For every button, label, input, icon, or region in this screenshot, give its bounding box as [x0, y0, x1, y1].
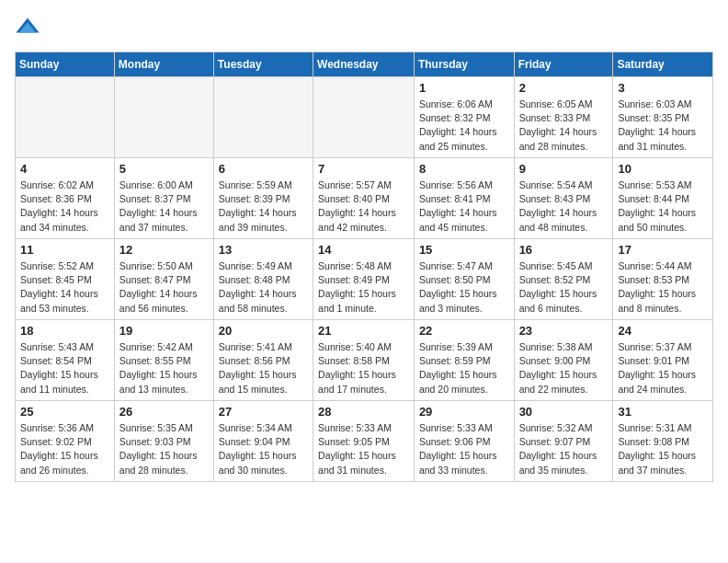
day-number: 8: [419, 162, 509, 176]
calendar-cell: 24Sunrise: 5:37 AM Sunset: 9:01 PM Dayli…: [613, 320, 713, 401]
cell-info: Sunrise: 5:49 AM Sunset: 8:48 PM Dayligh…: [219, 259, 308, 316]
day-number: 4: [20, 162, 109, 176]
calendar-cell: 17Sunrise: 5:44 AM Sunset: 8:53 PM Dayli…: [613, 239, 713, 320]
calendar-cell: [213, 77, 313, 158]
calendar-cell: 26Sunrise: 5:35 AM Sunset: 9:03 PM Dayli…: [114, 401, 213, 482]
calendar-week-4: 18Sunrise: 5:43 AM Sunset: 8:54 PM Dayli…: [16, 320, 713, 401]
calendar-cell: 23Sunrise: 5:38 AM Sunset: 9:00 PM Dayli…: [514, 320, 613, 401]
day-number: 17: [618, 243, 708, 257]
logo-icon: [15, 15, 40, 40]
cell-info: Sunrise: 5:35 AM Sunset: 9:03 PM Dayligh…: [119, 421, 209, 477]
cell-info: Sunrise: 5:32 AM Sunset: 9:07 PM Dayligh…: [519, 421, 609, 477]
cell-info: Sunrise: 5:45 AM Sunset: 8:52 PM Dayligh…: [519, 259, 609, 316]
day-number: 16: [519, 243, 609, 257]
day-number: 10: [618, 162, 708, 176]
calendar-cell: 13Sunrise: 5:49 AM Sunset: 8:48 PM Dayli…: [213, 239, 313, 320]
calendar-cell: [16, 77, 115, 158]
calendar-table: SundayMondayTuesdayWednesdayThursdayFrid…: [15, 52, 713, 482]
cell-info: Sunrise: 5:40 AM Sunset: 8:58 PM Dayligh…: [318, 340, 409, 396]
cell-info: Sunrise: 5:37 AM Sunset: 9:01 PM Dayligh…: [618, 340, 708, 396]
calendar-cell: [114, 77, 213, 158]
day-number: 21: [318, 324, 409, 338]
calendar-cell: 18Sunrise: 5:43 AM Sunset: 8:54 PM Dayli…: [16, 320, 115, 401]
calendar-week-1: 1Sunrise: 6:06 AM Sunset: 8:32 PM Daylig…: [16, 77, 713, 158]
cell-info: Sunrise: 6:06 AM Sunset: 8:32 PM Dayligh…: [419, 98, 509, 154]
calendar-cell: 8Sunrise: 5:56 AM Sunset: 8:41 PM Daylig…: [414, 158, 514, 239]
day-number: 20: [219, 324, 308, 338]
cell-info: Sunrise: 5:36 AM Sunset: 9:02 PM Dayligh…: [20, 421, 109, 477]
cell-info: Sunrise: 5:53 AM Sunset: 8:44 PM Dayligh…: [618, 178, 708, 235]
day-number: 22: [419, 324, 509, 338]
calendar-cell: 31Sunrise: 5:31 AM Sunset: 9:08 PM Dayli…: [613, 401, 713, 482]
weekday-header-tuesday: Tuesday: [213, 52, 313, 77]
calendar-cell: 20Sunrise: 5:41 AM Sunset: 8:56 PM Dayli…: [213, 320, 313, 401]
calendar-cell: 11Sunrise: 5:52 AM Sunset: 8:45 PM Dayli…: [16, 239, 115, 320]
calendar-cell: 25Sunrise: 5:36 AM Sunset: 9:02 PM Dayli…: [16, 401, 115, 482]
day-number: 24: [618, 324, 708, 338]
cell-info: Sunrise: 5:33 AM Sunset: 9:05 PM Dayligh…: [318, 421, 409, 477]
day-number: 6: [219, 162, 308, 176]
calendar-cell: 9Sunrise: 5:54 AM Sunset: 8:43 PM Daylig…: [514, 158, 613, 239]
cell-info: Sunrise: 5:41 AM Sunset: 8:56 PM Dayligh…: [219, 340, 308, 396]
cell-info: Sunrise: 5:34 AM Sunset: 9:04 PM Dayligh…: [219, 421, 308, 477]
day-number: 29: [419, 405, 509, 419]
day-number: 30: [519, 405, 609, 419]
weekday-header-wednesday: Wednesday: [313, 52, 415, 77]
cell-info: Sunrise: 5:57 AM Sunset: 8:40 PM Dayligh…: [318, 178, 409, 235]
cell-info: Sunrise: 5:39 AM Sunset: 8:59 PM Dayligh…: [419, 340, 509, 396]
cell-info: Sunrise: 6:03 AM Sunset: 8:35 PM Dayligh…: [618, 98, 708, 154]
day-number: 11: [20, 243, 109, 257]
cell-info: Sunrise: 5:54 AM Sunset: 8:43 PM Dayligh…: [519, 178, 609, 235]
day-number: 14: [318, 243, 409, 257]
weekday-header-friday: Friday: [514, 52, 613, 77]
page-header: [15, 15, 713, 40]
cell-info: Sunrise: 5:52 AM Sunset: 8:45 PM Dayligh…: [20, 259, 109, 316]
day-number: 1: [419, 81, 509, 95]
cell-info: Sunrise: 5:56 AM Sunset: 8:41 PM Dayligh…: [419, 178, 509, 235]
cell-info: Sunrise: 5:48 AM Sunset: 8:49 PM Dayligh…: [318, 259, 409, 316]
calendar-week-2: 4Sunrise: 6:02 AM Sunset: 8:36 PM Daylig…: [16, 158, 713, 239]
calendar-cell: 22Sunrise: 5:39 AM Sunset: 8:59 PM Dayli…: [414, 320, 514, 401]
calendar-cell: 5Sunrise: 6:00 AM Sunset: 8:37 PM Daylig…: [114, 158, 213, 239]
calendar-cell: 7Sunrise: 5:57 AM Sunset: 8:40 PM Daylig…: [313, 158, 415, 239]
day-number: 5: [119, 162, 209, 176]
cell-info: Sunrise: 5:31 AM Sunset: 9:08 PM Dayligh…: [618, 421, 708, 477]
cell-info: Sunrise: 5:59 AM Sunset: 8:39 PM Dayligh…: [219, 178, 308, 235]
calendar-week-5: 25Sunrise: 5:36 AM Sunset: 9:02 PM Dayli…: [16, 401, 713, 482]
cell-info: Sunrise: 6:05 AM Sunset: 8:33 PM Dayligh…: [519, 98, 609, 154]
weekday-header-monday: Monday: [114, 52, 213, 77]
weekday-header-sunday: Sunday: [16, 52, 115, 77]
cell-info: Sunrise: 6:02 AM Sunset: 8:36 PM Dayligh…: [20, 178, 109, 235]
day-number: 7: [318, 162, 409, 176]
cell-info: Sunrise: 5:38 AM Sunset: 9:00 PM Dayligh…: [519, 340, 609, 396]
cell-info: Sunrise: 5:33 AM Sunset: 9:06 PM Dayligh…: [419, 421, 509, 477]
cell-info: Sunrise: 5:43 AM Sunset: 8:54 PM Dayligh…: [20, 340, 109, 396]
calendar-cell: 16Sunrise: 5:45 AM Sunset: 8:52 PM Dayli…: [514, 239, 613, 320]
day-number: 12: [119, 243, 209, 257]
day-number: 9: [519, 162, 609, 176]
calendar-cell: 10Sunrise: 5:53 AM Sunset: 8:44 PM Dayli…: [613, 158, 713, 239]
calendar-cell: 3Sunrise: 6:03 AM Sunset: 8:35 PM Daylig…: [613, 77, 713, 158]
calendar-cell: 14Sunrise: 5:48 AM Sunset: 8:49 PM Dayli…: [313, 239, 415, 320]
weekday-header-thursday: Thursday: [414, 52, 514, 77]
day-number: 27: [219, 405, 308, 419]
weekday-header-saturday: Saturday: [613, 52, 713, 77]
calendar-week-3: 11Sunrise: 5:52 AM Sunset: 8:45 PM Dayli…: [16, 239, 713, 320]
day-number: 13: [219, 243, 308, 257]
cell-info: Sunrise: 5:42 AM Sunset: 8:55 PM Dayligh…: [119, 340, 209, 396]
calendar-cell: 28Sunrise: 5:33 AM Sunset: 9:05 PM Dayli…: [313, 401, 415, 482]
calendar-cell: 27Sunrise: 5:34 AM Sunset: 9:04 PM Dayli…: [213, 401, 313, 482]
logo: [15, 15, 44, 40]
day-number: 26: [119, 405, 209, 419]
calendar-cell: 29Sunrise: 5:33 AM Sunset: 9:06 PM Dayli…: [414, 401, 514, 482]
day-number: 15: [419, 243, 509, 257]
calendar-cell: 12Sunrise: 5:50 AM Sunset: 8:47 PM Dayli…: [114, 239, 213, 320]
day-number: 31: [618, 405, 708, 419]
day-number: 28: [318, 405, 409, 419]
day-number: 3: [618, 81, 708, 95]
cell-info: Sunrise: 5:44 AM Sunset: 8:53 PM Dayligh…: [618, 259, 708, 316]
calendar-cell: 2Sunrise: 6:05 AM Sunset: 8:33 PM Daylig…: [514, 77, 613, 158]
cell-info: Sunrise: 5:50 AM Sunset: 8:47 PM Dayligh…: [119, 259, 209, 316]
cell-info: Sunrise: 6:00 AM Sunset: 8:37 PM Dayligh…: [119, 178, 209, 235]
calendar-cell: 4Sunrise: 6:02 AM Sunset: 8:36 PM Daylig…: [16, 158, 115, 239]
